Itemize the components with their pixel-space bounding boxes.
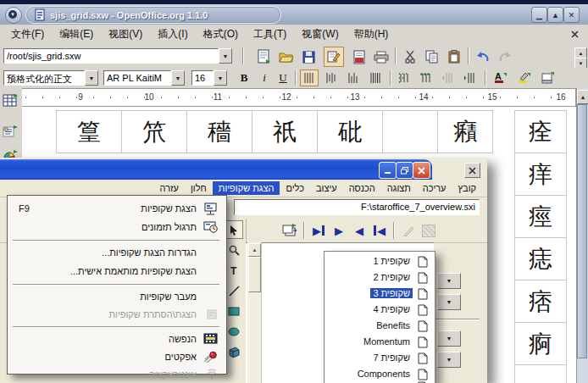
shade-button[interactable]: ▲	[547, 7, 563, 23]
menu-edit[interactable]: 编辑(E)	[52, 25, 101, 43]
menu-tools[interactable]: 工具(T)	[246, 25, 294, 43]
menu-edit[interactable]: עריכה	[417, 181, 452, 195]
slide-item-label[interactable]: Components	[355, 369, 413, 379]
copy-button[interactable]	[422, 47, 442, 67]
print-button[interactable]	[371, 47, 391, 67]
slide-item-label[interactable]: Momentum	[361, 336, 413, 347]
menu-item-rehearse-timings[interactable]: תרגול תזמונים	[8, 219, 224, 236]
menu-view[interactable]: תצוגה	[381, 181, 417, 195]
list-item[interactable]: Momentum	[325, 335, 433, 351]
menu-window[interactable]: 视窗(W)	[294, 25, 346, 43]
scrollbar-thumb[interactable]	[577, 104, 587, 358]
style-dropdown-button[interactable]: ▼	[85, 70, 98, 86]
slide-item-label[interactable]: שקופית 3	[370, 288, 413, 298]
menu-file[interactable]: קובץ	[452, 181, 482, 195]
drag-mode-button[interactable]	[398, 221, 419, 240]
menu-item-slide-show[interactable]: הצגת שקופיות F9	[8, 201, 224, 218]
dropdown-button[interactable]: ▼	[437, 273, 461, 289]
font-name-select[interactable]: AR PL KaitiM	[103, 70, 171, 86]
paragraph-background-button[interactable]	[537, 69, 557, 86]
go-to-last-slide-button[interactable]: ▶	[308, 221, 329, 240]
font-size-select[interactable]: 16	[191, 70, 214, 86]
main-vertical-scrollbar[interactable]: ▲	[576, 88, 588, 383]
size-dropdown-button[interactable]: ▼	[214, 70, 227, 86]
duplicate-slide-button[interactable]	[280, 221, 300, 240]
menu-format[interactable]: 格式(O)	[196, 25, 246, 43]
minimize-button[interactable]: ▁	[531, 7, 547, 23]
grid-cell[interactable]: 篁	[56, 110, 122, 153]
grid-cell[interactable]: 穡	[186, 110, 252, 153]
window-menu-button[interactable]: ▼	[5, 7, 22, 24]
slide-item-label[interactable]: שקופית 4	[370, 304, 413, 314]
slide-item-label[interactable]: שקופית 7	[370, 352, 413, 363]
minimize-button[interactable]	[379, 162, 397, 179]
font-dropdown-button[interactable]: ▼	[171, 70, 185, 86]
new-document-button[interactable]	[254, 47, 275, 67]
bold-button[interactable]: B	[236, 69, 252, 86]
dropdown-button[interactable]: ▼	[437, 330, 461, 347]
scrollbar-thumb[interactable]	[248, 257, 261, 292]
slide-item-label[interactable]: Benefits	[374, 320, 413, 330]
3d-objects-button[interactable]	[225, 342, 243, 361]
list-item[interactable]: Benefits	[325, 319, 433, 335]
insert-frame-button[interactable]	[1, 122, 19, 141]
insert-table-button[interactable]	[1, 92, 19, 110]
list-item[interactable]: שקופית 1	[325, 254, 433, 270]
menu-item-animation[interactable]: הנפשה	[8, 331, 224, 348]
grid-cell[interactable]: 痒	[514, 153, 567, 196]
cut-button[interactable]	[400, 47, 420, 67]
increase-indent-button[interactable]	[461, 69, 480, 86]
list-item[interactable]: שקופית 4	[325, 303, 433, 319]
dropdown-button[interactable]: ▼	[437, 352, 461, 368]
grid-cell[interactable]: 痾	[514, 322, 567, 365]
open-button[interactable]	[276, 47, 297, 67]
menu-help[interactable]: עזרה	[154, 181, 185, 195]
workspace-scrollbar[interactable]: ▲	[247, 242, 262, 383]
menu-item-effects[interactable]: אפקטים	[8, 349, 224, 366]
slide-list-panel[interactable]: שקופית 1 שקופית 2 שקופית 3 שקופית 4 Bene…	[324, 251, 435, 383]
grid-cell[interactable]: 祇	[252, 110, 318, 153]
next-slide-button[interactable]: ▶	[329, 221, 349, 240]
grid-cell[interactable]: 痞	[514, 280, 567, 323]
grid-cell[interactable]: 笊	[121, 110, 187, 153]
menu-file[interactable]: 文件(F)	[3, 25, 52, 43]
slide-item-label[interactable]: שקופית 2	[370, 272, 413, 282]
align-top-button[interactable]	[300, 69, 319, 86]
grid-cell[interactable]	[382, 110, 438, 153]
edit-mode-toggle[interactable]	[324, 47, 344, 67]
list-item-selected[interactable]: שקופית 3	[325, 286, 433, 303]
slide-item-label[interactable]: שקופית 1	[370, 256, 413, 266]
close-button[interactable]: ✕	[563, 7, 580, 23]
list-item[interactable]: שקופית 7	[325, 351, 433, 367]
menu-item-custom-slide-show[interactable]: הצגת שקופיות מותאמת אישית...	[8, 264, 224, 280]
dropdown-button[interactable]: ▼	[437, 294, 461, 310]
scroll-up-button[interactable]: ▲	[248, 243, 261, 257]
underline-button[interactable]: U	[275, 69, 291, 86]
bullet-list-button[interactable]	[417, 69, 435, 86]
grid-cell[interactable]: 癪	[437, 110, 493, 153]
italic-button[interactable]: i	[256, 69, 273, 86]
select-tool-button[interactable]	[225, 220, 243, 239]
list-item[interactable]: שקופית 9	[325, 380, 433, 383]
export-pdf-button[interactable]	[349, 47, 369, 67]
menu-item-slide-transition[interactable]: מעבר שקופיות	[8, 289, 224, 306]
zoom-tool-button[interactable]	[225, 241, 243, 259]
menu-item-show-hide-slide[interactable]: הצגת\הסתרת שקופיות	[8, 307, 224, 324]
align-bottom-button[interactable]	[344, 69, 363, 86]
close-button[interactable]	[413, 162, 430, 179]
close-document-button[interactable]	[464, 163, 480, 178]
text-tool-button[interactable]: T	[225, 261, 243, 280]
save-button[interactable]	[298, 47, 319, 67]
menu-format[interactable]: עיצוב	[310, 181, 343, 195]
paragraph-style-select[interactable]: 预格式化的正文	[3, 70, 85, 86]
grid-cell[interactable]: 痙	[514, 195, 567, 238]
go-to-first-slide-button[interactable]: ◀	[369, 221, 390, 240]
url-input[interactable]: F:\staroffice_7_overview.sxi	[234, 199, 480, 215]
menu-tools[interactable]: כלים	[280, 181, 309, 195]
align-justify-button[interactable]	[366, 69, 385, 86]
menu-help[interactable]: 帮助(H)	[347, 25, 397, 43]
main-titlebar[interactable]: ▼ sjis_grid.sxw - OpenOffice.org 1.1.0 ▁…	[0, 4, 588, 25]
numbered-list-button[interactable]	[395, 69, 413, 86]
menu-item-interaction[interactable]: אינטראקציה...	[8, 367, 224, 383]
show-snap-lines-button[interactable]	[419, 221, 439, 240]
